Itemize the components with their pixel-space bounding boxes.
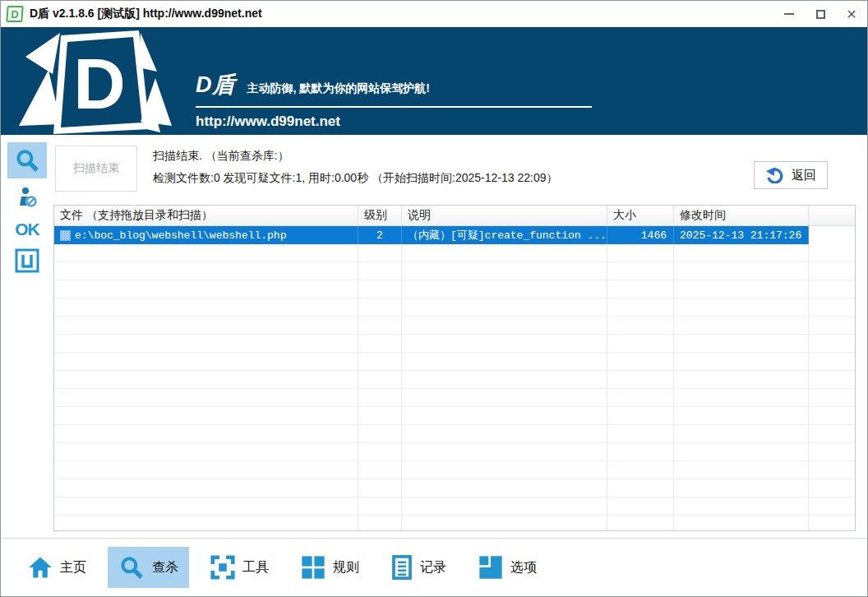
- column-gridline: [401, 244, 402, 530]
- column-gridline: [808, 244, 809, 530]
- nav-item-options[interactable]: 选项: [468, 548, 547, 587]
- cell-extra: [809, 226, 855, 244]
- nav-item-home[interactable]: 主页: [17, 548, 97, 586]
- close-button[interactable]: ✕: [836, 1, 867, 27]
- u-box-icon: [14, 248, 40, 274]
- cell-file: e:\boc_blog\webshell\webshell.php: [54, 226, 358, 244]
- minimize-icon: [784, 13, 794, 15]
- column-gridline: [358, 244, 358, 530]
- sidebar-quarantine-button[interactable]: [7, 183, 47, 211]
- cell-size: 1466: [607, 226, 674, 244]
- nav-label-rules: 规则: [333, 559, 359, 576]
- brand-url: http://www.d99net.net: [196, 113, 592, 130]
- cell-file-path: e:\boc_blog\webshell\webshell.php: [75, 229, 286, 242]
- table-empty-area[interactable]: [54, 244, 855, 530]
- home-icon: [28, 556, 53, 579]
- nav-item-scan[interactable]: 查杀: [108, 547, 189, 588]
- cell-description: （内藏）[可疑]create_function ...: [402, 226, 607, 244]
- brand-block: D盾 主动防御, 默默为你的网站保驾护航! http://www.d99net.…: [196, 70, 592, 130]
- column-header-file[interactable]: 文件 （支持拖放目录和扫描）: [54, 206, 358, 225]
- brand-slogan: 主动防御, 默默为你的网站保驾护航!: [247, 81, 430, 96]
- window-controls: ✕: [773, 1, 867, 27]
- minimize-button[interactable]: [773, 1, 805, 27]
- main-area: OK 扫描结束 扫描结束. （当前查杀库:） 检测文件数:0 发现可疑文件:1,…: [1, 135, 867, 538]
- back-button-label: 返回: [792, 168, 816, 183]
- quarantine-user-icon: [16, 186, 39, 209]
- title-bar: D D盾 v2.1.8.6 [测试版] http://www.d99net.ne…: [1, 1, 867, 27]
- content-area: 扫描结束 扫描结束. （当前查杀库:） 检测文件数:0 发现可疑文件:1, 用时…: [53, 135, 867, 538]
- table-row[interactable]: e:\boc_blog\webshell\webshell.php 2 （内藏）…: [54, 226, 855, 244]
- sidebar-ok-button[interactable]: OK: [15, 220, 39, 239]
- maximize-button[interactable]: [805, 1, 836, 27]
- column-header-size[interactable]: 大小: [607, 206, 674, 225]
- cell-level: 2: [358, 226, 402, 244]
- search-icon: [14, 147, 40, 174]
- back-arrow-icon: [765, 167, 783, 183]
- nav-label-records: 记录: [420, 559, 446, 576]
- column-header-extra: [809, 206, 855, 225]
- column-header-mtime[interactable]: 修改时间: [674, 206, 809, 225]
- results-table: 文件 （支持拖放目录和扫描） 级别 说明 大小 修改时间 e:\boc_blog…: [53, 205, 856, 531]
- nav-label-home: 主页: [60, 559, 86, 576]
- column-header-description[interactable]: 说明: [402, 206, 607, 225]
- app-logo-icon: D: [6, 6, 23, 22]
- close-icon: ✕: [846, 7, 856, 22]
- scan-status: 扫描结束. （当前查杀库:） 检测文件数:0 发现可疑文件:1, 用时:0.00…: [153, 145, 557, 189]
- search-icon: [118, 554, 145, 581]
- header-banner: D D盾 主动防御, 默默为你的网站保驾护航! http://www.d99ne…: [1, 27, 867, 135]
- nav-item-records[interactable]: 记录: [381, 548, 457, 587]
- maximize-icon: [816, 10, 825, 19]
- scan-toolbar: 扫描结束 扫描结束. （当前查杀库:） 检测文件数:0 发现可疑文件:1, 用时…: [53, 135, 867, 205]
- left-sidebar: OK: [1, 135, 53, 538]
- brand-name: D盾: [196, 70, 236, 100]
- nav-item-tools[interactable]: 工具: [200, 548, 279, 587]
- nav-item-rules[interactable]: 规则: [290, 548, 370, 587]
- dshield-logo: D: [16, 29, 192, 134]
- app-window: D D盾 v2.1.8.6 [测试版] http://www.d99net.ne…: [0, 0, 868, 597]
- nav-label-options: 选项: [510, 559, 537, 576]
- scan-status-line2: 检测文件数:0 发现可疑文件:1, 用时:0.00秒 （开始扫描时间:2025-…: [153, 167, 557, 189]
- scan-finished-button[interactable]: 扫描结束: [55, 146, 137, 192]
- window-title: D盾 v2.1.8.6 [测试版] http://www.d99net.net: [30, 7, 262, 21]
- bottom-navbar: 主页 查杀 工具: [1, 539, 867, 596]
- column-header-level[interactable]: 级别: [358, 206, 402, 225]
- results-table-header: 文件 （支持拖放目录和扫描） 级别 说明 大小 修改时间: [54, 206, 855, 226]
- sidebar-isolate-button[interactable]: [7, 246, 47, 275]
- brand-divider: [196, 106, 592, 108]
- nav-label-scan: 查杀: [152, 559, 178, 576]
- column-gridline: [673, 244, 674, 530]
- rules-icon: [301, 555, 326, 580]
- column-gridline: [607, 244, 607, 530]
- scan-status-line1: 扫描结束. （当前查杀库:）: [153, 145, 557, 167]
- cell-mtime: 2025-12-13 21:17:26: [674, 226, 809, 244]
- file-icon: [60, 230, 71, 241]
- nav-label-tools: 工具: [242, 559, 269, 576]
- back-button[interactable]: 返回: [754, 161, 828, 189]
- records-icon: [391, 555, 413, 580]
- svg-text:D: D: [73, 43, 126, 124]
- options-icon: [478, 555, 503, 580]
- tools-icon: [210, 555, 235, 580]
- sidebar-scan-button[interactable]: [7, 142, 47, 178]
